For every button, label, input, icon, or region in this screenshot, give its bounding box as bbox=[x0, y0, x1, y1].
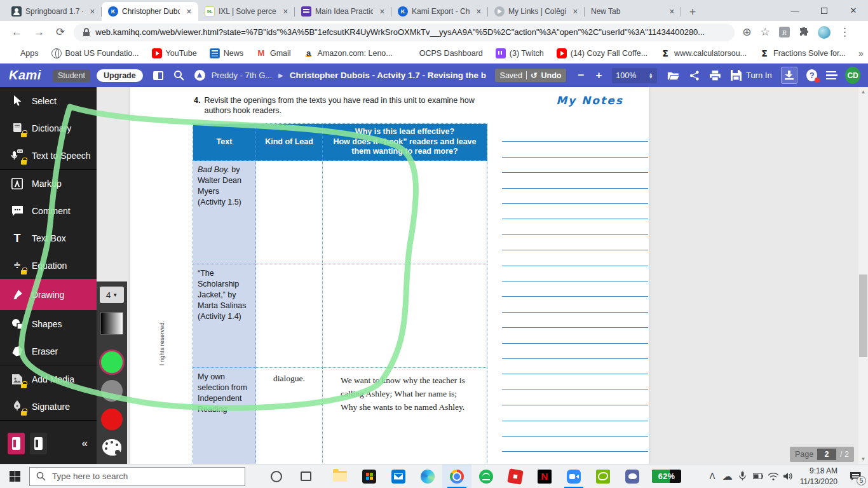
color-swatch-green[interactable] bbox=[101, 351, 123, 373]
roblox-button[interactable] bbox=[501, 464, 530, 488]
action-center-button[interactable]: 5 bbox=[843, 464, 868, 488]
search-button[interactable] bbox=[173, 70, 184, 81]
chrome-button[interactable] bbox=[442, 464, 471, 488]
tool-shapes[interactable]: Shapes bbox=[0, 310, 97, 337]
bookmark-fractions[interactable]: Σ Fractions Solve for... bbox=[759, 48, 846, 58]
send-to-device-icon[interactable]: ⊕ bbox=[742, 25, 751, 39]
bookmark-twitch[interactable]: (3) Twitch bbox=[496, 48, 544, 58]
mail-button[interactable] bbox=[384, 464, 413, 488]
single-page-view-button[interactable] bbox=[8, 433, 25, 454]
bookmark-calculatorsoup[interactable]: Σ www.calculatorsou... bbox=[660, 48, 747, 58]
taskbar-clock[interactable]: 9:18 AM 11/13/2020 bbox=[800, 466, 837, 486]
menu-icon[interactable] bbox=[826, 71, 836, 79]
row-why-cell[interactable] bbox=[323, 264, 487, 368]
back-icon[interactable]: ← bbox=[11, 26, 22, 39]
url-field[interactable]: web.kamihq.com/web/viewer.html?state=%7B… bbox=[74, 24, 735, 41]
tool-equation[interactable]: ÷ Equation bbox=[0, 252, 97, 279]
tool-drawing[interactable]: Drawing bbox=[0, 279, 97, 310]
bookmark-cozy-fall[interactable]: (14) Cozy Fall Coffe... bbox=[557, 48, 648, 58]
spotify-button[interactable] bbox=[471, 464, 501, 488]
tab-close-icon[interactable]: ✕ bbox=[280, 6, 291, 17]
share-icon[interactable] bbox=[689, 70, 700, 81]
microsoft-store-button[interactable] bbox=[355, 464, 384, 488]
extensions-puzzle-icon[interactable] bbox=[799, 27, 809, 37]
zoom-button[interactable] bbox=[559, 464, 588, 488]
tool-select[interactable]: Select bbox=[0, 87, 97, 114]
row-kind-cell[interactable] bbox=[256, 161, 323, 264]
browser-menu-icon[interactable]: ⋮ bbox=[839, 25, 850, 39]
scroll-down-icon[interactable]: ▼ bbox=[858, 454, 868, 464]
open-folder-icon[interactable] bbox=[667, 70, 679, 81]
tab-close-icon[interactable]: ✕ bbox=[570, 6, 581, 17]
bookmark-news[interactable]: News bbox=[210, 48, 243, 58]
page-number-input[interactable]: 2 bbox=[817, 449, 836, 460]
spinner-arrows-icon[interactable]: ▲▼ bbox=[649, 72, 653, 79]
new-tab-button[interactable]: + bbox=[684, 3, 702, 21]
file-explorer-button[interactable] bbox=[325, 464, 355, 488]
user-avatar[interactable]: CD bbox=[845, 67, 860, 84]
stroke-width-dropdown[interactable]: 4 ▼ bbox=[100, 287, 124, 303]
hidden-icons-chevron[interactable]: ᐱ bbox=[705, 464, 720, 488]
row-kind-cell[interactable]: dialogue. bbox=[256, 368, 323, 464]
tab-christopher-dubois[interactable]: K Christopher Dubo ✕ bbox=[102, 2, 198, 21]
scroll-up-icon[interactable]: ▲ bbox=[858, 87, 868, 97]
row-why-cell[interactable] bbox=[323, 161, 487, 264]
battery-widget[interactable]: 62% bbox=[652, 470, 681, 483]
collapse-sidebar-icon[interactable]: « bbox=[82, 437, 88, 450]
bookmark-star-icon[interactable]: ☆ bbox=[761, 25, 770, 39]
student-badge[interactable]: Student bbox=[53, 69, 90, 82]
color-palette-icon[interactable] bbox=[102, 439, 121, 456]
notes-ruled-lines[interactable] bbox=[502, 126, 648, 452]
discord-button[interactable] bbox=[618, 464, 647, 488]
task-view-button[interactable] bbox=[291, 464, 320, 488]
tool-eraser[interactable]: Eraser bbox=[0, 337, 97, 365]
bookmark-boatus[interactable]: Boat US Foundatio... bbox=[51, 48, 139, 58]
tool-text-to-speech[interactable]: Text to Speech bbox=[0, 142, 97, 169]
row-why-cell[interactable]: We want to know why the teacher is calli… bbox=[323, 368, 487, 464]
cortana-button[interactable] bbox=[262, 464, 291, 488]
tool-signature[interactable]: Signature bbox=[0, 393, 97, 420]
help-button[interactable]: ? bbox=[806, 69, 817, 81]
bookmark-ocps[interactable]: OCPS Dashboard bbox=[405, 48, 483, 58]
bookmark-gmail[interactable]: M Gmail bbox=[256, 48, 291, 58]
document-page[interactable]: 4. Revisit the openings from the texts y… bbox=[130, 87, 649, 464]
extension-r-icon[interactable]: R bbox=[779, 27, 790, 37]
reload-icon[interactable]: ⟳ bbox=[56, 25, 65, 39]
window-maximize-button[interactable] bbox=[810, 0, 839, 21]
tab-springboard[interactable]: Springboard 1.7 - ✕ bbox=[5, 2, 102, 21]
edge-button[interactable] bbox=[413, 464, 442, 488]
document-title[interactable]: Christopher Dubois - Actvity 1.7 - Revis… bbox=[290, 71, 486, 80]
zoom-out-button[interactable]: − bbox=[578, 69, 584, 82]
row-kind-cell[interactable] bbox=[256, 264, 323, 368]
profile-avatar[interactable] bbox=[818, 26, 831, 39]
bookmark-apps[interactable]: Apps bbox=[8, 49, 39, 58]
turn-in-button[interactable]: Turn In bbox=[731, 70, 772, 81]
color-swatch-red[interactable] bbox=[101, 409, 123, 430]
opacity-gradient-swatch[interactable] bbox=[100, 312, 123, 335]
volume-icon[interactable] bbox=[781, 464, 796, 488]
window-close-button[interactable]: ✕ bbox=[839, 0, 868, 21]
tool-text-box[interactable]: T Text Box bbox=[0, 224, 97, 252]
split-view-button[interactable] bbox=[153, 71, 163, 80]
zoom-level-select[interactable]: 100% ▲▼ bbox=[612, 68, 656, 83]
forward-icon[interactable]: → bbox=[34, 26, 44, 39]
onedrive-cloud-icon[interactable]: ☁ bbox=[720, 464, 735, 488]
download-button[interactable] bbox=[781, 67, 798, 84]
bookmark-youtube[interactable]: YouTube bbox=[152, 48, 197, 58]
tab-close-icon[interactable]: ✕ bbox=[473, 6, 484, 17]
drive-button[interactable] bbox=[194, 70, 205, 81]
tool-comment[interactable]: Comment bbox=[0, 197, 97, 224]
start-button[interactable] bbox=[0, 464, 29, 488]
tab-close-icon[interactable]: ✕ bbox=[87, 6, 98, 17]
print-icon[interactable] bbox=[710, 70, 721, 81]
color-swatch-gray[interactable] bbox=[101, 380, 123, 402]
bookmarks-overflow-icon[interactable]: » bbox=[858, 48, 864, 58]
tool-markup[interactable]: Markup bbox=[0, 170, 97, 197]
tab-new-tab[interactable]: New Tab ✕ bbox=[585, 2, 681, 21]
kami-logo[interactable]: Kami bbox=[9, 68, 41, 83]
microphone-icon[interactable] bbox=[735, 464, 750, 488]
netflix-button[interactable]: N bbox=[530, 464, 559, 488]
tab-close-icon[interactable]: ✕ bbox=[377, 6, 388, 17]
window-minimize-button[interactable]: — bbox=[780, 0, 810, 21]
battery-icon[interactable] bbox=[750, 464, 766, 488]
